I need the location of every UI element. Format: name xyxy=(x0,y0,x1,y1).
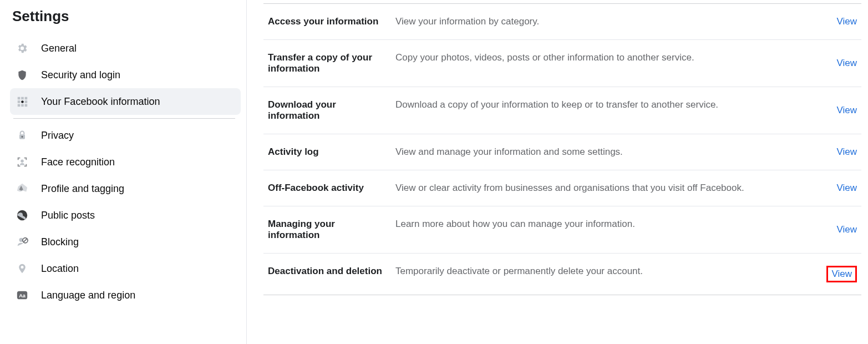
svg-rect-8 xyxy=(25,104,28,107)
view-link-transfer[interactable]: View xyxy=(836,58,857,69)
grid-icon xyxy=(16,95,29,108)
sidebar-item-label: Location xyxy=(41,263,235,275)
setting-description: View and manage your information and som… xyxy=(395,146,836,158)
sidebar-item-public-posts[interactable]: Public posts xyxy=(10,202,241,229)
svg-point-11 xyxy=(21,159,24,163)
location-pin-icon xyxy=(16,262,29,275)
row-download-info: Download your information Download a cop… xyxy=(263,87,861,134)
main-content: Access your information View your inform… xyxy=(247,0,868,344)
svg-text:Aa: Aa xyxy=(19,293,26,299)
tag-icon xyxy=(16,182,29,195)
row-transfer-copy: Transfer a copy of your information Copy… xyxy=(263,40,861,87)
language-icon: Aa xyxy=(16,289,29,302)
svg-rect-2 xyxy=(25,97,28,100)
sidebar-item-language[interactable]: Aa Language and region xyxy=(10,282,241,308)
gear-icon xyxy=(16,42,29,55)
sidebar-item-label: Blocking xyxy=(41,236,235,248)
sidebar-item-blocking[interactable]: Blocking xyxy=(10,229,241,255)
sidebar-item-label: Public posts xyxy=(41,210,235,221)
view-link-access[interactable]: View xyxy=(836,16,857,27)
globe-icon xyxy=(16,209,29,222)
row-deactivation: Deactivation and deletion Temporarily de… xyxy=(263,254,861,295)
svg-point-10 xyxy=(22,136,23,138)
svg-rect-7 xyxy=(21,104,24,107)
sidebar: Settings General Security and login Your… xyxy=(0,0,247,344)
sidebar-item-security[interactable]: Security and login xyxy=(10,62,241,88)
sidebar-item-profile-tagging[interactable]: Profile and tagging xyxy=(10,175,241,202)
sidebar-item-privacy[interactable]: Privacy xyxy=(10,122,241,149)
sidebar-item-label: Privacy xyxy=(41,130,235,141)
setting-description: Copy your photos, videos, posts or other… xyxy=(395,52,836,63)
view-link-off-facebook[interactable]: View xyxy=(836,183,857,194)
sidebar-item-label: Language and region xyxy=(41,290,235,301)
sidebar-item-your-info[interactable]: Your Facebook information xyxy=(10,88,241,115)
menu-divider xyxy=(13,118,235,119)
sidebar-item-location[interactable]: Location xyxy=(10,255,241,282)
svg-rect-0 xyxy=(18,97,21,100)
shield-icon xyxy=(16,68,29,82)
svg-line-15 xyxy=(23,239,27,242)
row-activity-log: Activity log View and manage your inform… xyxy=(263,134,861,170)
view-link-deactivation[interactable]: View xyxy=(826,266,857,282)
row-access-information: Access your information View your inform… xyxy=(263,3,861,40)
setting-title: Off-Facebook activity xyxy=(268,183,395,194)
svg-rect-5 xyxy=(25,100,28,103)
lock-icon xyxy=(16,129,29,142)
sidebar-item-face-recognition[interactable]: Face recognition xyxy=(10,149,241,175)
setting-title: Download your information xyxy=(268,99,395,122)
blocking-icon xyxy=(16,235,29,249)
setting-description: Download a copy of your information to k… xyxy=(395,99,836,110)
setting-title: Managing your information xyxy=(268,219,395,241)
view-link-managing[interactable]: View xyxy=(836,224,857,235)
setting-title: Transfer a copy of your information xyxy=(268,52,395,74)
svg-rect-3 xyxy=(18,100,21,103)
row-off-facebook: Off-Facebook activity View or clear acti… xyxy=(263,170,861,206)
sidebar-item-label: Face recognition xyxy=(41,156,235,168)
sidebar-item-label: Profile and tagging xyxy=(41,183,235,195)
view-link-activity-log[interactable]: View xyxy=(836,146,857,158)
setting-description: View your information by category. xyxy=(395,16,836,27)
svg-point-4 xyxy=(21,100,24,103)
svg-rect-6 xyxy=(18,104,21,107)
setting-description: View or clear activity from businesses a… xyxy=(395,183,836,194)
setting-title: Activity log xyxy=(268,146,395,158)
sidebar-item-label: Security and login xyxy=(41,69,235,81)
setting-title: Deactivation and deletion xyxy=(268,266,395,277)
face-recognition-icon xyxy=(16,155,29,169)
view-link-download[interactable]: View xyxy=(836,105,857,116)
setting-title: Access your information xyxy=(268,16,395,27)
sidebar-title: Settings xyxy=(10,8,246,25)
sidebar-item-label: General xyxy=(41,43,235,54)
sidebar-item-label: Your Facebook information xyxy=(41,96,235,108)
row-managing-info: Managing your information Learn more abo… xyxy=(263,206,861,254)
sidebar-item-general[interactable]: General xyxy=(10,35,241,62)
setting-description: Temporarily deactivate or permanently de… xyxy=(395,266,826,277)
setting-description: Learn more about how you can manage your… xyxy=(395,219,836,230)
svg-rect-1 xyxy=(21,97,24,100)
